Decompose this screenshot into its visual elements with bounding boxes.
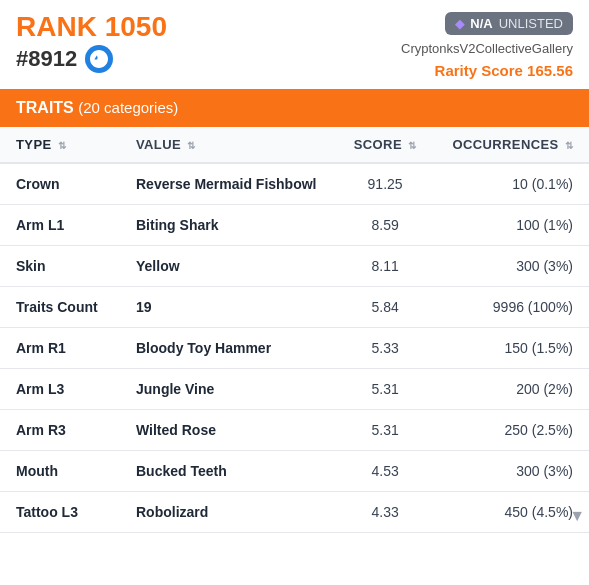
rarity-value: 165.56	[527, 62, 573, 79]
cell-type: Traits Count	[0, 287, 120, 328]
col-header-occurrences[interactable]: OCCURRENCES ⇅	[433, 127, 589, 163]
cell-type: Arm R3	[0, 410, 120, 451]
unlisted-text: UNLISTED	[499, 16, 563, 31]
traits-categories: (20 categories)	[78, 99, 178, 116]
sort-icon-score: ⇅	[408, 140, 416, 151]
cell-value: Bucked Teeth	[120, 451, 337, 492]
rank-title: RANK 1050	[16, 12, 167, 43]
cell-occurrences: 10 (0.1%)	[433, 163, 589, 205]
col-header-value[interactable]: VALUE ⇅	[120, 127, 337, 163]
opensea-icon[interactable]	[85, 45, 113, 73]
traits-title: TRAITS	[16, 99, 74, 116]
cell-type: Arm L1	[0, 205, 120, 246]
col-header-score[interactable]: SCORE ⇅	[337, 127, 434, 163]
table-row: Crown Reverse Mermaid Fishbowl 91.25 10 …	[0, 163, 589, 205]
cell-score: 5.33	[337, 328, 434, 369]
rarity-label: Rarity Score	[435, 62, 528, 79]
cell-type: Tattoo L3	[0, 492, 120, 533]
cell-value: 19	[120, 287, 337, 328]
sort-icon-type: ⇅	[58, 140, 66, 151]
cell-type: Arm L3	[0, 369, 120, 410]
cell-value: Robolizard	[120, 492, 337, 533]
cell-occurrences: 200 (2%)	[433, 369, 589, 410]
cell-score: 5.31	[337, 369, 434, 410]
cell-score: 5.84	[337, 287, 434, 328]
col-header-type[interactable]: TYPE ⇅	[0, 127, 120, 163]
token-id-row: #8912	[16, 45, 167, 73]
table-row: Arm L1 Biting Shark 8.59 100 (1%)	[0, 205, 589, 246]
header-right: ◆ N/A UNLISTED CryptonksV2CollectiveGall…	[401, 12, 573, 79]
cell-type: Skin	[0, 246, 120, 287]
na-text: N/A	[470, 16, 492, 31]
cell-value: Yellow	[120, 246, 337, 287]
cell-type: Arm R1	[0, 328, 120, 369]
cell-score: 8.59	[337, 205, 434, 246]
cell-score: 91.25	[337, 163, 434, 205]
cell-value: Biting Shark	[120, 205, 337, 246]
table-row: Tattoo L3 Robolizard 4.33 450 (4.5%)	[0, 492, 589, 533]
cell-value: Wilted Rose	[120, 410, 337, 451]
table-row: Traits Count 19 5.84 9996 (100%)	[0, 287, 589, 328]
traits-table: TYPE ⇅ VALUE ⇅ SCORE ⇅ OCCURRENCES ⇅ Cr	[0, 127, 589, 533]
cell-occurrences: 250 (2.5%)	[433, 410, 589, 451]
cell-occurrences: 300 (3%)	[433, 246, 589, 287]
cell-occurrences: 450 (4.5%)	[433, 492, 589, 533]
cell-occurrences: 9996 (100%)	[433, 287, 589, 328]
table-row: Skin Yellow 8.11 300 (3%)	[0, 246, 589, 287]
token-id-text: #8912	[16, 46, 77, 72]
gallery-name: CryptonksV2CollectiveGallery	[401, 41, 573, 56]
cell-value: Bloody Toy Hammer	[120, 328, 337, 369]
traits-table-wrapper[interactable]: TYPE ⇅ VALUE ⇅ SCORE ⇅ OCCURRENCES ⇅ Cr	[0, 127, 589, 533]
cell-score: 8.11	[337, 246, 434, 287]
cell-type: Mouth	[0, 451, 120, 492]
unlisted-badge: ◆ N/A UNLISTED	[445, 12, 573, 35]
header: RANK 1050 #8912 ◆ N/A UNLISTED Cryptonks…	[0, 0, 589, 89]
cell-occurrences: 100 (1%)	[433, 205, 589, 246]
sort-icon-occurrences: ⇅	[565, 140, 573, 151]
scroll-down-icon: ▼	[569, 507, 585, 525]
traits-section-header: TRAITS (20 categories)	[0, 89, 589, 127]
table-row: Arm L3 Jungle Vine 5.31 200 (2%)	[0, 369, 589, 410]
cell-value: Jungle Vine	[120, 369, 337, 410]
header-left: RANK 1050 #8912	[16, 12, 167, 73]
table-header-row: TYPE ⇅ VALUE ⇅ SCORE ⇅ OCCURRENCES ⇅	[0, 127, 589, 163]
table-row: Arm R3 Wilted Rose 5.31 250 (2.5%)	[0, 410, 589, 451]
cell-score: 5.31	[337, 410, 434, 451]
cell-type: Crown	[0, 163, 120, 205]
sort-icon-value: ⇅	[187, 140, 195, 151]
cell-value: Reverse Mermaid Fishbowl	[120, 163, 337, 205]
cell-occurrences: 300 (3%)	[433, 451, 589, 492]
table-row: Mouth Bucked Teeth 4.53 300 (3%)	[0, 451, 589, 492]
cell-score: 4.53	[337, 451, 434, 492]
diamond-icon: ◆	[455, 17, 464, 31]
rarity-score: Rarity Score 165.56	[435, 62, 573, 79]
table-row: Arm R1 Bloody Toy Hammer 5.33 150 (1.5%)	[0, 328, 589, 369]
cell-occurrences: 150 (1.5%)	[433, 328, 589, 369]
cell-score: 4.33	[337, 492, 434, 533]
